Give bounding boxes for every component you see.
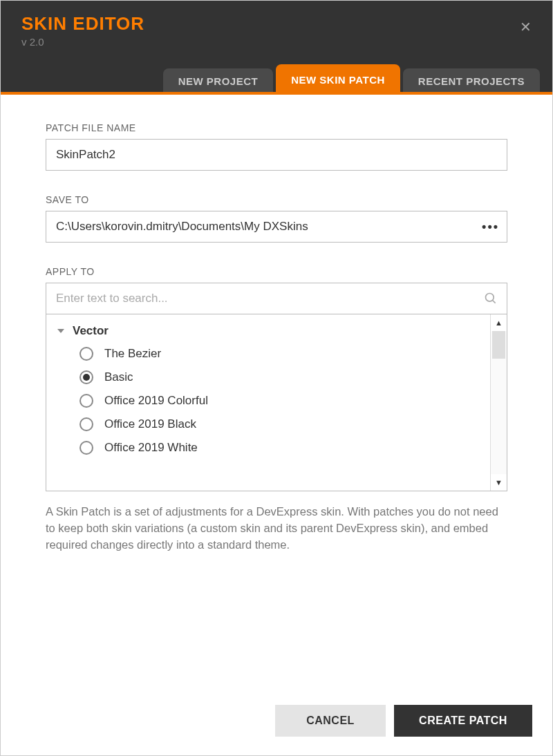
tree-item-label: Office 2019 Colorful bbox=[104, 394, 208, 408]
scroll-thumb[interactable] bbox=[492, 331, 505, 359]
tree-item-basic[interactable]: Basic bbox=[46, 366, 490, 389]
svg-line-1 bbox=[493, 301, 496, 303]
tree-group-vector[interactable]: Vector bbox=[46, 320, 490, 342]
radio-icon bbox=[79, 441, 93, 455]
chevron-down-icon bbox=[57, 329, 64, 333]
tree-item-office-2019-black[interactable]: Office 2019 Black bbox=[46, 413, 490, 436]
tree-item-label: Office 2019 White bbox=[104, 441, 198, 455]
tree-item-the-bezier[interactable]: The Bezier bbox=[46, 342, 490, 366]
scroll-track[interactable] bbox=[491, 331, 507, 474]
scrollbar[interactable]: ▲ ▼ bbox=[490, 314, 507, 491]
save-to-input[interactable] bbox=[46, 211, 507, 243]
skin-tree: Vector The Bezier Basic Office 2019 Colo… bbox=[46, 314, 507, 491]
search-input[interactable] bbox=[46, 283, 507, 314]
search-icon bbox=[484, 292, 498, 305]
browse-icon[interactable]: ••• bbox=[482, 220, 499, 234]
content: PATCH FILE NAME SAVE TO ••• APPLY TO Vec… bbox=[1, 95, 552, 574]
close-icon[interactable]: ✕ bbox=[520, 19, 532, 35]
patch-file-name-label: PATCH FILE NAME bbox=[46, 122, 507, 133]
svg-point-0 bbox=[486, 294, 494, 302]
patch-file-name-input[interactable] bbox=[46, 139, 507, 171]
scroll-down-icon[interactable]: ▼ bbox=[491, 474, 507, 491]
tab-new-skin-patch[interactable]: NEW SKIN PATCH bbox=[276, 64, 400, 92]
description-text: A Skin Patch is a set of adjustments for… bbox=[46, 504, 507, 554]
tree-item-label: The Bezier bbox=[104, 347, 161, 361]
tree-item-office-2019-colorful[interactable]: Office 2019 Colorful bbox=[46, 389, 490, 413]
create-patch-button[interactable]: CREATE PATCH bbox=[394, 705, 532, 737]
tree-item-office-2019-white[interactable]: Office 2019 White bbox=[46, 436, 490, 460]
tree-list: Vector The Bezier Basic Office 2019 Colo… bbox=[46, 314, 490, 491]
save-to-label: SAVE TO bbox=[46, 194, 507, 205]
radio-icon bbox=[79, 347, 93, 361]
tab-new-project[interactable]: NEW PROJECT bbox=[163, 68, 274, 92]
radio-icon bbox=[79, 417, 93, 431]
radio-icon bbox=[79, 394, 93, 408]
radio-selected-icon bbox=[79, 370, 93, 384]
cancel-button[interactable]: CANCEL bbox=[275, 705, 386, 737]
app-title: SKIN EDITOR bbox=[21, 13, 532, 35]
apply-to-label: APPLY TO bbox=[46, 266, 507, 277]
tree-item-label: Basic bbox=[104, 370, 133, 384]
tabs: NEW PROJECT NEW SKIN PATCH RECENT PROJEC… bbox=[163, 64, 540, 92]
tree-group-label: Vector bbox=[73, 324, 109, 338]
scroll-up-icon[interactable]: ▲ bbox=[491, 314, 507, 331]
tab-recent-projects[interactable]: RECENT PROJECTS bbox=[403, 68, 540, 92]
header: SKIN EDITOR v 2.0 ✕ NEW PROJECT NEW SKIN… bbox=[1, 1, 552, 92]
app-version: v 2.0 bbox=[21, 36, 532, 48]
tree-item-label: Office 2019 Black bbox=[104, 417, 196, 431]
footer: CANCEL CREATE PATCH bbox=[275, 705, 532, 737]
